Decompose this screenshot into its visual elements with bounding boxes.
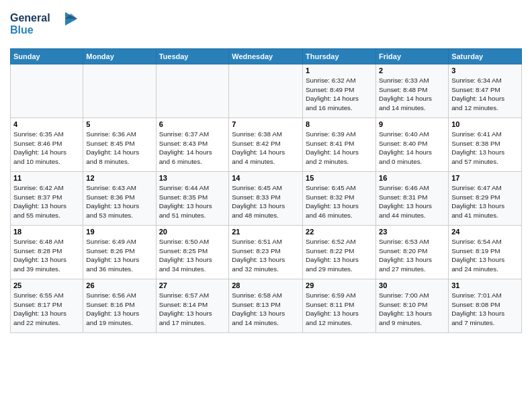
day-number: 13 xyxy=(159,174,226,182)
day-number: 26 xyxy=(86,281,152,289)
calendar-cell: 18Sunrise: 6:48 AMSunset: 8:28 PMDayligh… xyxy=(11,226,83,279)
day-info: Sunrise: 6:33 AMSunset: 8:48 PMDaylight:… xyxy=(379,76,445,113)
day-number: 27 xyxy=(159,281,226,289)
day-number: 31 xyxy=(451,281,519,289)
calendar-cell: 7Sunrise: 6:38 AMSunset: 8:42 PMDaylight… xyxy=(229,118,303,172)
calendar-cell: 21Sunrise: 6:51 AMSunset: 8:23 PMDayligh… xyxy=(229,226,303,279)
day-info: Sunrise: 6:36 AMSunset: 8:45 PMDaylight:… xyxy=(86,130,152,167)
day-number: 11 xyxy=(13,174,80,182)
day-number: 10 xyxy=(451,120,519,128)
weekday-header-sunday: Sunday xyxy=(11,49,83,64)
calendar-cell xyxy=(11,64,83,118)
day-number: 30 xyxy=(379,281,445,289)
calendar-cell: 1Sunrise: 6:32 AMSunset: 8:49 PMDaylight… xyxy=(303,64,376,118)
day-info: Sunrise: 7:00 AMSunset: 8:10 PMDaylight:… xyxy=(379,291,445,328)
day-number: 23 xyxy=(379,228,445,236)
weekday-header-row: SundayMondayTuesdayWednesdayThursdayFrid… xyxy=(11,49,522,64)
day-info: Sunrise: 6:49 AMSunset: 8:26 PMDaylight:… xyxy=(86,237,152,274)
weekday-header-friday: Friday xyxy=(376,49,449,64)
calendar-week-3: 11Sunrise: 6:42 AMSunset: 8:37 PMDayligh… xyxy=(11,172,522,226)
day-number: 4 xyxy=(13,120,80,128)
day-info: Sunrise: 6:54 AMSunset: 8:19 PMDaylight:… xyxy=(451,237,519,274)
calendar-cell xyxy=(229,64,303,118)
day-info: Sunrise: 6:42 AMSunset: 8:37 PMDaylight:… xyxy=(13,183,80,220)
calendar-cell: 17Sunrise: 6:47 AMSunset: 8:29 PMDayligh… xyxy=(449,172,522,226)
calendar-cell: 20Sunrise: 6:50 AMSunset: 8:25 PMDayligh… xyxy=(156,226,229,279)
day-info: Sunrise: 6:43 AMSunset: 8:36 PMDaylight:… xyxy=(86,183,152,220)
day-info: Sunrise: 6:51 AMSunset: 8:23 PMDaylight:… xyxy=(232,237,300,274)
calendar-header: SundayMondayTuesdayWednesdayThursdayFrid… xyxy=(11,49,522,64)
day-number: 21 xyxy=(232,228,300,236)
day-number: 16 xyxy=(379,174,445,182)
calendar-cell: 11Sunrise: 6:42 AMSunset: 8:37 PMDayligh… xyxy=(11,172,83,226)
calendar-cell: 6Sunrise: 6:37 AMSunset: 8:43 PMDaylight… xyxy=(156,118,229,172)
day-info: Sunrise: 6:45 AMSunset: 8:32 PMDaylight:… xyxy=(306,183,373,220)
day-number: 9 xyxy=(379,120,445,128)
day-info: Sunrise: 6:52 AMSunset: 8:22 PMDaylight:… xyxy=(306,237,373,274)
day-number: 18 xyxy=(13,228,80,236)
day-info: Sunrise: 6:53 AMSunset: 8:20 PMDaylight:… xyxy=(379,237,445,274)
calendar-cell: 28Sunrise: 6:58 AMSunset: 8:13 PMDayligh… xyxy=(229,279,303,333)
calendar-table: SundayMondayTuesdayWednesdayThursdayFrid… xyxy=(10,48,522,333)
calendar-cell: 13Sunrise: 6:44 AMSunset: 8:35 PMDayligh… xyxy=(156,172,229,226)
calendar-cell: 22Sunrise: 6:52 AMSunset: 8:22 PMDayligh… xyxy=(303,226,376,279)
calendar-cell: 23Sunrise: 6:53 AMSunset: 8:20 PMDayligh… xyxy=(376,226,449,279)
day-number: 20 xyxy=(159,228,226,236)
day-info: Sunrise: 6:38 AMSunset: 8:42 PMDaylight:… xyxy=(232,130,300,167)
day-info: Sunrise: 6:58 AMSunset: 8:13 PMDaylight:… xyxy=(232,291,300,328)
day-info: Sunrise: 6:48 AMSunset: 8:28 PMDaylight:… xyxy=(13,237,80,274)
day-number: 3 xyxy=(451,66,519,75)
calendar-cell: 3Sunrise: 6:34 AMSunset: 8:47 PMDaylight… xyxy=(449,64,522,118)
calendar-cell: 25Sunrise: 6:55 AMSunset: 8:17 PMDayligh… xyxy=(11,279,83,333)
day-info: Sunrise: 6:45 AMSunset: 8:33 PMDaylight:… xyxy=(232,183,300,220)
day-info: Sunrise: 6:35 AMSunset: 8:46 PMDaylight:… xyxy=(13,130,80,167)
svg-text:General: General xyxy=(10,12,50,24)
day-number: 2 xyxy=(379,66,445,75)
day-info: Sunrise: 6:46 AMSunset: 8:31 PMDaylight:… xyxy=(379,183,445,220)
calendar-week-1: 1Sunrise: 6:32 AMSunset: 8:49 PMDaylight… xyxy=(11,64,522,118)
calendar-cell: 16Sunrise: 6:46 AMSunset: 8:31 PMDayligh… xyxy=(376,172,449,226)
day-number: 29 xyxy=(306,281,373,289)
calendar-cell: 9Sunrise: 6:40 AMSunset: 8:40 PMDaylight… xyxy=(376,118,449,172)
day-info: Sunrise: 6:56 AMSunset: 8:16 PMDaylight:… xyxy=(86,291,152,328)
calendar-week-2: 4Sunrise: 6:35 AMSunset: 8:46 PMDaylight… xyxy=(11,118,522,172)
day-number: 15 xyxy=(306,174,373,182)
day-info: Sunrise: 6:55 AMSunset: 8:17 PMDaylight:… xyxy=(13,291,80,328)
calendar-cell: 15Sunrise: 6:45 AMSunset: 8:32 PMDayligh… xyxy=(303,172,376,226)
calendar-cell: 14Sunrise: 6:45 AMSunset: 8:33 PMDayligh… xyxy=(229,172,303,226)
day-number: 5 xyxy=(86,120,152,128)
calendar-body: 1Sunrise: 6:32 AMSunset: 8:49 PMDaylight… xyxy=(11,64,522,333)
calendar-cell: 10Sunrise: 6:41 AMSunset: 8:38 PMDayligh… xyxy=(449,118,522,172)
calendar-cell: 29Sunrise: 6:59 AMSunset: 8:11 PMDayligh… xyxy=(303,279,376,333)
page-header: General Blue xyxy=(10,7,522,43)
day-number: 24 xyxy=(451,228,519,236)
day-number: 28 xyxy=(232,281,300,289)
day-number: 17 xyxy=(451,174,519,182)
calendar-cell xyxy=(83,64,156,118)
calendar-cell: 19Sunrise: 6:49 AMSunset: 8:26 PMDayligh… xyxy=(83,226,156,279)
day-number: 12 xyxy=(86,174,152,182)
calendar-cell: 31Sunrise: 7:01 AMSunset: 8:08 PMDayligh… xyxy=(449,279,522,333)
weekday-header-tuesday: Tuesday xyxy=(156,49,229,64)
day-number: 7 xyxy=(232,120,300,128)
calendar-cell: 2Sunrise: 6:33 AMSunset: 8:48 PMDaylight… xyxy=(376,64,449,118)
day-info: Sunrise: 6:40 AMSunset: 8:40 PMDaylight:… xyxy=(379,130,445,167)
weekday-header-monday: Monday xyxy=(83,49,156,64)
weekday-header-saturday: Saturday xyxy=(449,49,522,64)
logo-svg: General Blue xyxy=(10,7,84,40)
day-info: Sunrise: 6:41 AMSunset: 8:38 PMDaylight:… xyxy=(451,130,519,167)
day-info: Sunrise: 6:44 AMSunset: 8:35 PMDaylight:… xyxy=(159,183,226,220)
calendar-week-4: 18Sunrise: 6:48 AMSunset: 8:28 PMDayligh… xyxy=(11,226,522,279)
day-info: Sunrise: 6:47 AMSunset: 8:29 PMDaylight:… xyxy=(451,183,519,220)
calendar-cell: 4Sunrise: 6:35 AMSunset: 8:46 PMDaylight… xyxy=(11,118,83,172)
calendar-cell xyxy=(156,64,229,118)
calendar-cell: 12Sunrise: 6:43 AMSunset: 8:36 PMDayligh… xyxy=(83,172,156,226)
day-number: 6 xyxy=(159,120,226,128)
calendar-cell: 8Sunrise: 6:39 AMSunset: 8:41 PMDaylight… xyxy=(303,118,376,172)
day-info: Sunrise: 6:39 AMSunset: 8:41 PMDaylight:… xyxy=(306,130,373,167)
calendar-cell: 26Sunrise: 6:56 AMSunset: 8:16 PMDayligh… xyxy=(83,279,156,333)
page-container: General Blue SundayMondayTuesdayWednesda… xyxy=(0,0,532,411)
day-number: 8 xyxy=(306,120,373,128)
day-info: Sunrise: 6:50 AMSunset: 8:25 PMDaylight:… xyxy=(159,237,226,274)
calendar-cell: 5Sunrise: 6:36 AMSunset: 8:45 PMDaylight… xyxy=(83,118,156,172)
